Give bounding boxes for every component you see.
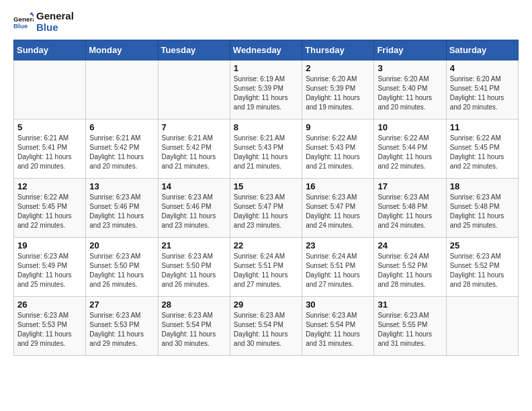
calendar-cell: [14, 60, 86, 120]
cell-info: Sunrise: 6:22 AM Sunset: 5:45 PM Dayligh…: [450, 134, 515, 171]
logo-blue: Blue: [36, 22, 74, 34]
cell-info: Sunrise: 6:23 AM Sunset: 5:54 PM Dayligh…: [234, 311, 298, 349]
cell-info: Sunrise: 6:20 AM Sunset: 5:41 PM Dayligh…: [450, 75, 515, 112]
calendar-cell: 9Sunrise: 6:22 AM Sunset: 5:43 PM Daylig…: [302, 120, 374, 179]
cell-info: Sunrise: 6:23 AM Sunset: 5:46 PM Dayligh…: [89, 193, 154, 230]
day-number: 29: [234, 300, 298, 310]
weekday-header-thursday: Thursday: [302, 40, 374, 60]
cell-info: Sunrise: 6:23 AM Sunset: 5:48 PM Dayligh…: [378, 193, 442, 230]
cell-info: Sunrise: 6:22 AM Sunset: 5:43 PM Dayligh…: [306, 134, 370, 171]
day-number: 9: [306, 122, 370, 132]
cell-info: Sunrise: 6:22 AM Sunset: 5:44 PM Dayligh…: [378, 134, 442, 171]
calendar-cell: 13Sunrise: 6:23 AM Sunset: 5:46 PM Dayli…: [86, 179, 158, 238]
day-number: 25: [450, 240, 515, 250]
page-header: General Blue General Blue: [13, 11, 519, 33]
day-number: 31: [378, 300, 442, 310]
calendar-cell: 20Sunrise: 6:23 AM Sunset: 5:50 PM Dayli…: [86, 238, 158, 297]
day-number: 6: [89, 122, 154, 132]
day-number: 23: [306, 240, 370, 250]
cell-info: Sunrise: 6:23 AM Sunset: 5:47 PM Dayligh…: [306, 193, 370, 230]
day-number: 1: [234, 63, 298, 73]
day-number: 28: [162, 300, 226, 310]
weekday-header-monday: Monday: [86, 40, 158, 60]
calendar-week-4: 19Sunrise: 6:23 AM Sunset: 5:49 PM Dayli…: [14, 238, 519, 297]
calendar-cell: 25Sunrise: 6:23 AM Sunset: 5:52 PM Dayli…: [446, 238, 518, 297]
day-number: 26: [17, 300, 82, 310]
day-number: 3: [378, 63, 442, 73]
calendar-cell: 28Sunrise: 6:23 AM Sunset: 5:54 PM Dayli…: [158, 297, 230, 356]
calendar-week-5: 26Sunrise: 6:23 AM Sunset: 5:53 PM Dayli…: [14, 297, 519, 356]
cell-info: Sunrise: 6:22 AM Sunset: 5:45 PM Dayligh…: [17, 193, 82, 230]
day-number: 18: [450, 181, 515, 191]
cell-info: Sunrise: 6:23 AM Sunset: 5:49 PM Dayligh…: [17, 252, 82, 289]
calendar-cell: 26Sunrise: 6:23 AM Sunset: 5:53 PM Dayli…: [14, 297, 86, 356]
cell-info: Sunrise: 6:23 AM Sunset: 5:50 PM Dayligh…: [162, 252, 226, 289]
weekday-header-wednesday: Wednesday: [230, 40, 302, 60]
day-number: 5: [17, 122, 82, 132]
day-number: 15: [234, 181, 298, 191]
calendar-cell: 21Sunrise: 6:23 AM Sunset: 5:50 PM Dayli…: [158, 238, 230, 297]
calendar-cell: [446, 297, 518, 356]
calendar-cell: 3Sunrise: 6:20 AM Sunset: 5:40 PM Daylig…: [374, 60, 446, 120]
calendar-cell: 11Sunrise: 6:22 AM Sunset: 5:45 PM Dayli…: [446, 120, 518, 179]
cell-info: Sunrise: 6:21 AM Sunset: 5:43 PM Dayligh…: [234, 134, 298, 171]
cell-info: Sunrise: 6:23 AM Sunset: 5:53 PM Dayligh…: [17, 311, 82, 349]
cell-info: Sunrise: 6:24 AM Sunset: 5:51 PM Dayligh…: [234, 252, 298, 289]
calendar-cell: 1Sunrise: 6:19 AM Sunset: 5:39 PM Daylig…: [230, 60, 302, 120]
cell-info: Sunrise: 6:24 AM Sunset: 5:52 PM Dayligh…: [378, 252, 442, 289]
day-number: 10: [378, 122, 442, 132]
calendar-cell: 30Sunrise: 6:23 AM Sunset: 5:54 PM Dayli…: [302, 297, 374, 356]
calendar-week-3: 12Sunrise: 6:22 AM Sunset: 5:45 PM Dayli…: [14, 179, 519, 238]
cell-info: Sunrise: 6:23 AM Sunset: 5:55 PM Dayligh…: [378, 311, 442, 349]
day-number: 16: [306, 181, 370, 191]
calendar-cell: 22Sunrise: 6:24 AM Sunset: 5:51 PM Dayli…: [230, 238, 302, 297]
day-number: 8: [234, 122, 298, 132]
calendar-cell: 7Sunrise: 6:21 AM Sunset: 5:42 PM Daylig…: [158, 120, 230, 179]
cell-info: Sunrise: 6:24 AM Sunset: 5:51 PM Dayligh…: [306, 252, 370, 289]
day-number: 27: [89, 300, 154, 310]
calendar-cell: 10Sunrise: 6:22 AM Sunset: 5:44 PM Dayli…: [374, 120, 446, 179]
cell-info: Sunrise: 6:23 AM Sunset: 5:50 PM Dayligh…: [89, 252, 154, 289]
cell-info: Sunrise: 6:21 AM Sunset: 5:42 PM Dayligh…: [89, 134, 154, 171]
day-number: 14: [162, 181, 226, 191]
calendar-cell: 29Sunrise: 6:23 AM Sunset: 5:54 PM Dayli…: [230, 297, 302, 356]
calendar-cell: 17Sunrise: 6:23 AM Sunset: 5:48 PM Dayli…: [374, 179, 446, 238]
calendar-cell: 4Sunrise: 6:20 AM Sunset: 5:41 PM Daylig…: [446, 60, 518, 120]
calendar-cell: 14Sunrise: 6:23 AM Sunset: 5:46 PM Dayli…: [158, 179, 230, 238]
cell-info: Sunrise: 6:19 AM Sunset: 5:39 PM Dayligh…: [234, 75, 298, 112]
calendar-table: SundayMondayTuesdayWednesdayThursdayFrid…: [13, 40, 519, 356]
day-number: 12: [17, 181, 82, 191]
cell-info: Sunrise: 6:23 AM Sunset: 5:46 PM Dayligh…: [162, 193, 226, 230]
cell-info: Sunrise: 6:23 AM Sunset: 5:54 PM Dayligh…: [162, 311, 226, 349]
svg-text:General: General: [13, 15, 34, 22]
cell-info: Sunrise: 6:23 AM Sunset: 5:52 PM Dayligh…: [450, 252, 515, 289]
calendar-cell: 2Sunrise: 6:20 AM Sunset: 5:39 PM Daylig…: [302, 60, 374, 120]
calendar-cell: 16Sunrise: 6:23 AM Sunset: 5:47 PM Dayli…: [302, 179, 374, 238]
cell-info: Sunrise: 6:23 AM Sunset: 5:54 PM Dayligh…: [306, 311, 370, 349]
calendar-cell: 24Sunrise: 6:24 AM Sunset: 5:52 PM Dayli…: [374, 238, 446, 297]
logo: General Blue General Blue: [13, 11, 74, 33]
cell-info: Sunrise: 6:23 AM Sunset: 5:53 PM Dayligh…: [89, 311, 154, 349]
svg-marker-2: [30, 12, 34, 15]
weekday-header-tuesday: Tuesday: [158, 40, 230, 60]
weekday-header-sunday: Sunday: [14, 40, 86, 60]
calendar-cell: [86, 60, 158, 120]
calendar-cell: [158, 60, 230, 120]
weekday-header-row: SundayMondayTuesdayWednesdayThursdayFrid…: [14, 40, 519, 60]
cell-info: Sunrise: 6:21 AM Sunset: 5:41 PM Dayligh…: [17, 134, 82, 171]
day-number: 2: [306, 63, 370, 73]
calendar-cell: 18Sunrise: 6:23 AM Sunset: 5:48 PM Dayli…: [446, 179, 518, 238]
day-number: 11: [450, 122, 515, 132]
cell-info: Sunrise: 6:20 AM Sunset: 5:40 PM Dayligh…: [378, 75, 442, 112]
logo-icon: General Blue: [13, 12, 34, 32]
day-number: 19: [17, 240, 82, 250]
cell-info: Sunrise: 6:21 AM Sunset: 5:42 PM Dayligh…: [162, 134, 226, 171]
calendar-cell: 27Sunrise: 6:23 AM Sunset: 5:53 PM Dayli…: [86, 297, 158, 356]
calendar-cell: 12Sunrise: 6:22 AM Sunset: 5:45 PM Dayli…: [14, 179, 86, 238]
day-number: 30: [306, 300, 370, 310]
day-number: 24: [378, 240, 442, 250]
cell-info: Sunrise: 6:23 AM Sunset: 5:48 PM Dayligh…: [450, 193, 515, 230]
day-number: 17: [378, 181, 442, 191]
logo-general: General: [36, 11, 74, 22]
weekday-header-friday: Friday: [374, 40, 446, 60]
